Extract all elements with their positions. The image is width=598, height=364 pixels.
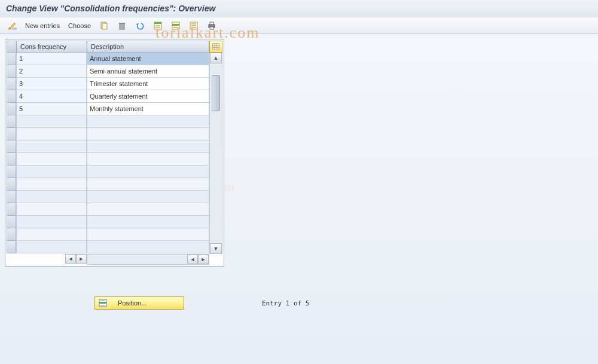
cell-cons-frequency[interactable]: 3 [16, 78, 87, 90]
copy-icon [99, 21, 109, 30]
row-selector[interactable] [7, 191, 16, 203]
table-row[interactable]: 1Annual statement [7, 53, 209, 65]
vertical-scrollbar[interactable]: ▲ ▼ [209, 53, 222, 254]
hscroll-track[interactable]: ◄ ► [87, 254, 209, 265]
hscroll-right2-icon[interactable]: ► [198, 255, 209, 264]
print-button[interactable] [205, 20, 219, 32]
th-description[interactable]: Description [87, 41, 209, 53]
row-selector[interactable] [7, 140, 16, 153]
row-selector[interactable] [7, 178, 16, 191]
cell-cons-frequency[interactable] [16, 241, 87, 253]
hscroll-left2-icon[interactable]: ◄ [187, 255, 198, 264]
cell-description[interactable] [87, 115, 209, 128]
cell-description[interactable] [87, 166, 209, 178]
cell-cons-frequency[interactable] [16, 128, 87, 140]
row-selector[interactable] [7, 78, 16, 90]
vscroll-thumb[interactable] [212, 75, 220, 111]
cell-description[interactable]: Quarterly statement [87, 90, 209, 103]
delete-button[interactable] [115, 20, 129, 32]
row-selector[interactable] [7, 203, 16, 216]
select-block-button[interactable] [169, 20, 183, 32]
table-row[interactable]: 2Semi-annual statement [7, 65, 209, 78]
row-selector[interactable] [7, 103, 16, 115]
cell-cons-frequency[interactable] [16, 140, 87, 153]
table-settings-button[interactable] [209, 41, 222, 53]
cell-cons-frequency[interactable] [16, 178, 87, 191]
row-selector[interactable] [7, 153, 16, 166]
cell-description[interactable] [87, 203, 209, 216]
table-row-empty[interactable] [7, 128, 209, 140]
table-row-empty[interactable] [7, 140, 209, 153]
cell-cons-frequency[interactable] [16, 166, 87, 178]
svg-rect-29 [99, 302, 106, 304]
app-toolbar: New entries Choose [0, 17, 598, 34]
row-selector[interactable] [7, 216, 16, 228]
cell-description[interactable] [87, 241, 209, 253]
undo-icon [135, 21, 145, 30]
table-row-empty[interactable] [7, 153, 209, 166]
cell-description[interactable] [87, 191, 209, 203]
row-selector[interactable] [7, 90, 16, 103]
table-row[interactable]: 5Monthly statement [7, 103, 209, 115]
undo-button[interactable] [133, 20, 147, 32]
cell-description[interactable]: Trimester statement [87, 78, 209, 90]
table-row-empty[interactable] [7, 203, 209, 216]
row-selector[interactable] [7, 228, 16, 241]
table-row-empty[interactable] [7, 228, 209, 241]
table-row-empty[interactable] [7, 178, 209, 191]
row-selector[interactable] [7, 53, 16, 65]
cell-cons-frequency[interactable] [16, 203, 87, 216]
cell-cons-frequency[interactable]: 5 [16, 103, 87, 115]
cell-description[interactable]: Semi-annual statement [87, 65, 209, 78]
new-entries-button[interactable]: New entries [23, 21, 62, 30]
cell-description[interactable]: Monthly statement [87, 103, 209, 115]
cell-description[interactable] [87, 140, 209, 153]
table-row-empty[interactable] [7, 115, 209, 128]
cell-cons-frequency[interactable] [16, 228, 87, 241]
cell-cons-frequency[interactable]: 2 [16, 65, 87, 78]
cell-cons-frequency[interactable] [16, 191, 87, 203]
position-button[interactable]: Position... [94, 296, 184, 310]
cell-description[interactable] [87, 153, 209, 166]
choose-label: Choose [68, 22, 91, 29]
choose-button[interactable]: Choose [66, 21, 93, 30]
th-selector[interactable] [7, 41, 16, 53]
cell-cons-frequency[interactable]: 1 [16, 53, 87, 65]
table-row-empty[interactable] [7, 166, 209, 178]
cell-description[interactable] [87, 216, 209, 228]
deselect-all-button[interactable] [187, 20, 201, 32]
hscroll-right-icon[interactable]: ► [76, 254, 87, 264]
svg-rect-22 [210, 27, 213, 29]
vscroll-track[interactable] [210, 63, 222, 243]
cell-description[interactable] [87, 178, 209, 191]
row-selector[interactable] [7, 128, 16, 140]
table-row[interactable]: 4Quarterly statement [7, 90, 209, 103]
cell-cons-frequency[interactable] [16, 115, 87, 128]
select-all-button[interactable] [151, 20, 165, 32]
cell-description[interactable] [87, 128, 209, 140]
vscroll-down-icon[interactable]: ▼ [210, 243, 222, 254]
horizontal-scrollbar[interactable]: ◄ ► ◄ ► [7, 254, 209, 265]
hscroll-left-icon[interactable]: ◄ [65, 254, 76, 264]
svg-rect-23 [213, 44, 219, 50]
table-row-empty[interactable] [7, 191, 209, 203]
new-entries-label: New entries [25, 22, 60, 29]
cell-description[interactable] [87, 228, 209, 241]
cell-cons-frequency[interactable] [16, 216, 87, 228]
row-selector[interactable] [7, 115, 16, 128]
cell-description[interactable]: Annual statement [87, 53, 209, 65]
th-cons-frequency[interactable]: Cons frequency [16, 41, 87, 53]
row-selector[interactable] [7, 241, 16, 253]
vscroll-up-icon[interactable]: ▲ [210, 53, 222, 63]
copy-button[interactable] [97, 20, 111, 32]
table-row-empty[interactable] [7, 241, 209, 253]
row-selector[interactable] [7, 166, 16, 178]
cell-cons-frequency[interactable] [16, 153, 87, 166]
cell-cons-frequency[interactable]: 4 [16, 90, 87, 103]
toggle-change-button[interactable] [5, 20, 19, 32]
row-selector[interactable] [7, 65, 16, 78]
svg-rect-10 [154, 22, 161, 24]
table-row-empty[interactable] [7, 216, 209, 228]
table-row[interactable]: 3Trimester statement [7, 78, 209, 90]
svg-rect-21 [210, 22, 213, 25]
